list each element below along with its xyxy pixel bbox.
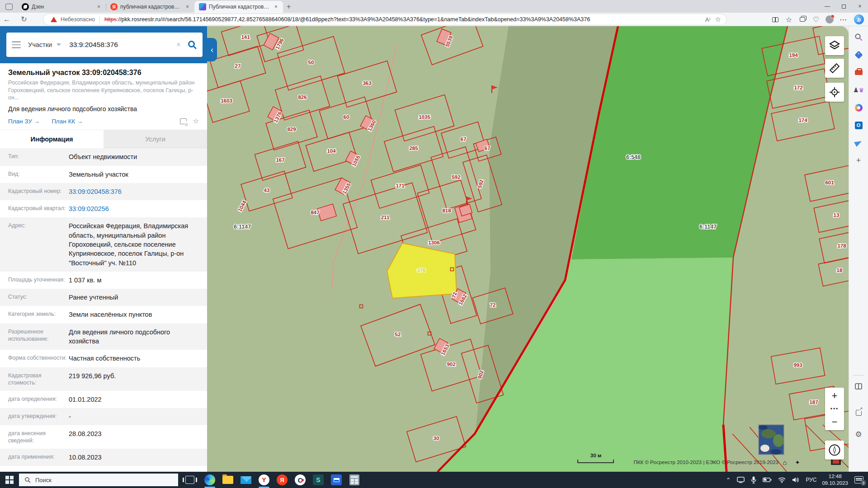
tab-yandex-search[interactable]: Я публичная кадастровая карта – × <box>106 1 194 13</box>
close-tab-icon[interactable]: × <box>96 4 101 10</box>
menu-icon[interactable] <box>12 41 21 48</box>
bookmark-star-icon[interactable]: ☆ <box>715 15 721 23</box>
taskbar-yandex-browser-icon[interactable]: Y <box>255 472 273 488</box>
tray-expand-icon[interactable]: ⌃ <box>726 477 731 483</box>
parcel-label[interactable]: 172 <box>794 85 802 90</box>
split-screen-icon[interactable] <box>769 14 782 25</box>
search-category-dropdown[interactable]: Участки <box>28 41 52 48</box>
taskbar-explorer-icon[interactable] <box>219 472 237 488</box>
parcel-label[interactable]: 167 <box>276 157 284 163</box>
new-tab-button[interactable]: + <box>287 3 291 11</box>
taskbar-calculator-icon[interactable] <box>345 472 363 488</box>
parcel-label[interactable]: 141 <box>241 34 250 40</box>
parcel-label[interactable]: 826 <box>298 94 307 100</box>
favorite-star-icon[interactable]: ☆ <box>193 117 199 125</box>
parcel-label[interactable]: 6:548 <box>626 154 641 160</box>
parcel-label[interactable]: 601 <box>825 180 834 185</box>
profile-avatar[interactable] <box>823 14 836 25</box>
tab-dzen[interactable]: Дзен × <box>17 1 106 13</box>
copilot-icon[interactable]: b <box>850 14 868 25</box>
search-box[interactable]: Участки 33:9:20458:376 × <box>6 33 203 57</box>
parcel-label[interactable]: 50 <box>308 60 314 65</box>
notification-center-icon[interactable]: 3 <box>854 476 863 483</box>
language-indicator[interactable]: РУС <box>806 477 816 483</box>
sidebar-shopping-icon[interactable] <box>852 48 865 61</box>
parcel-label[interactable]: 847 <box>311 210 319 215</box>
settings-more-icon[interactable]: ⋯ <box>836 14 850 25</box>
tab-pkk-active[interactable]: Публичная кадастровая карта × <box>194 1 283 13</box>
parcel-label[interactable]: 27 <box>235 63 241 69</box>
sidebar-tools-icon[interactable] <box>852 66 865 79</box>
minimize-button[interactable]: — <box>819 0 835 13</box>
back-button[interactable]: ← <box>0 15 14 23</box>
parcel-label[interactable]: 43 <box>264 188 270 193</box>
center-marker-icon[interactable]: ✦ <box>795 459 800 466</box>
measure-ruler-button[interactable] <box>825 59 844 78</box>
browser-essentials-icon[interactable]: ♡ <box>809 14 823 25</box>
parcel-label[interactable]: 18 <box>837 267 843 273</box>
tab-actions-icon[interactable] <box>5 4 13 10</box>
parcel-label[interactable]: 363 <box>363 80 371 86</box>
parcel-label[interactable]: 52 <box>395 332 401 337</box>
taskbar-consultant-icon[interactable]: C <box>291 472 309 488</box>
cadastral-map[interactable]: 1411796275055391603826363137682960136010… <box>207 26 849 472</box>
parcel-label[interactable]: 30 <box>434 436 439 441</box>
parcel-label[interactable]: 993 <box>793 362 802 368</box>
sidebar-drop-icon[interactable] <box>852 136 865 150</box>
clear-search-icon[interactable]: × <box>176 40 181 49</box>
security-label[interactable]: Небезопасно <box>61 16 95 23</box>
start-button[interactable] <box>5 476 14 484</box>
tab-services[interactable]: Услуги <box>104 130 207 148</box>
zoom-levels-button[interactable]: ••• <box>825 404 844 414</box>
collections-icon[interactable] <box>796 14 809 25</box>
taskbar-scanner-icon[interactable] <box>327 472 345 488</box>
taskbar-sbis-icon[interactable]: S <box>309 472 327 488</box>
parcel-label[interactable]: 171 <box>396 183 405 188</box>
sidebar-open-external-icon[interactable] <box>852 406 865 419</box>
close-tab-icon[interactable]: × <box>274 4 278 10</box>
parcel-label[interactable]: 194 <box>789 52 798 58</box>
clock[interactable]: 12:48 09.10.2023 <box>822 473 848 487</box>
parcel-label[interactable]: 67 <box>485 145 491 151</box>
tab-information[interactable]: Информация <box>0 130 104 148</box>
parcel-label[interactable]: 1603 <box>221 98 232 103</box>
parcel-label[interactable]: 67 <box>461 136 467 142</box>
layers-button[interactable] <box>825 36 844 55</box>
sidebar-split-icon[interactable] <box>852 380 865 393</box>
parcel-label[interactable]: 592 <box>452 174 460 180</box>
zoom-in-button[interactable]: + <box>825 388 844 404</box>
close-button[interactable]: × <box>852 0 868 13</box>
taskbar-mail-icon[interactable] <box>237 472 255 488</box>
sidebar-m365-icon[interactable] <box>852 101 865 114</box>
refresh-button[interactable]: ↻ <box>17 15 31 23</box>
parcel-label[interactable]: 285 <box>409 145 418 151</box>
search-icon[interactable] <box>187 40 197 50</box>
cast-icon[interactable] <box>737 477 745 483</box>
taskbar-search-input[interactable]: Поиск <box>19 474 178 486</box>
parcel-label[interactable]: 1035 <box>419 114 430 120</box>
parcel-label[interactable]: 104 <box>327 148 336 154</box>
close-tab-icon[interactable]: × <box>185 4 190 10</box>
read-aloud-icon[interactable]: A⁾ <box>705 16 711 23</box>
plan-zu-link[interactable]: План ЗУ → <box>8 118 40 125</box>
selected-parcel-label[interactable]: 376 <box>417 267 425 273</box>
minimap-thumbnail[interactable] <box>759 425 784 455</box>
field-value-link[interactable]: 33:09:020256 <box>69 204 207 213</box>
wifi-icon[interactable] <box>778 477 786 483</box>
parcel-label[interactable]: 13 <box>834 212 840 218</box>
battery-icon[interactable] <box>763 477 772 483</box>
parcel-label[interactable]: 60 <box>344 114 349 120</box>
parcel-label[interactable]: 902 <box>447 361 455 367</box>
parcel-label[interactable]: 829 <box>287 127 296 132</box>
collapse-panel-button[interactable]: ‹ <box>207 38 217 61</box>
microphone-icon[interactable] <box>751 476 756 483</box>
address-bar[interactable]: Небезопасно https://pkk.rosreestr.ru/#/s… <box>43 14 727 25</box>
field-value-link[interactable]: 33:09:020458:376 <box>69 187 207 196</box>
sidebar-settings-gear-icon[interactable]: ⚙ <box>852 427 865 441</box>
parcel-label[interactable]: 6:1147 <box>699 224 717 230</box>
sidebar-add-icon[interactable]: + <box>852 154 865 167</box>
home-icon[interactable]: ⌂ <box>783 459 787 466</box>
chevron-down-icon[interactable] <box>57 43 61 46</box>
task-view-icon[interactable] <box>185 476 194 484</box>
compass-button[interactable] <box>825 441 844 460</box>
